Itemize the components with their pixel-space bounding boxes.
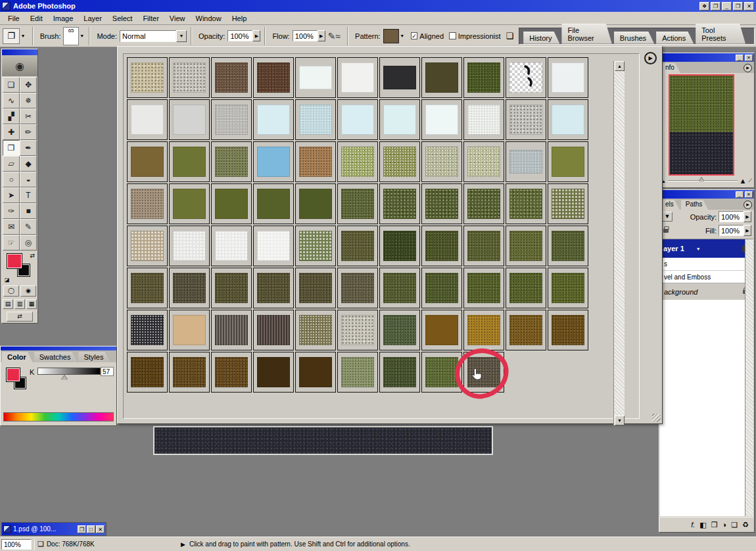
zoom-tool[interactable]: ◎ <box>20 235 37 251</box>
adjustment-layer-icon[interactable]: ◑ <box>722 521 727 529</box>
eyedropper-tool[interactable]: ✎ <box>20 219 37 235</box>
pattern-swatch-21[interactable] <box>506 99 546 140</box>
palette-menu-icon[interactable]: ▶ <box>744 64 752 72</box>
pattern-swatch-33[interactable] <box>548 141 588 182</box>
brush-preview[interactable]: 65 <box>63 27 78 45</box>
pattern-swatch-66[interactable] <box>548 268 588 308</box>
pattern-swatch-29[interactable] <box>379 141 420 182</box>
standard-screen-mode-button[interactable]: ▤ <box>3 299 13 309</box>
history-brush-tool[interactable]: ✒ <box>20 140 37 156</box>
pattern-swatch-46[interactable] <box>169 226 210 266</box>
navigator-zoom-slider[interactable] <box>668 180 738 181</box>
menu-layer[interactable]: Layer <box>78 13 107 24</box>
pattern-swatch-61[interactable] <box>337 268 378 308</box>
layers-fill-input[interactable]: 100% ▶ <box>719 225 751 236</box>
pattern-swatch-11[interactable] <box>548 57 588 98</box>
pattern-swatch-25[interactable] <box>211 141 252 182</box>
menu-image[interactable]: Image <box>48 13 79 24</box>
layers-scrollbar[interactable] <box>745 239 753 516</box>
default-colors-icon[interactable]: ◪ <box>5 277 10 283</box>
pattern-swatch-70[interactable] <box>253 310 294 350</box>
pattern-swatch-80[interactable] <box>211 352 252 393</box>
slider-arrow-icon[interactable]: ▶ <box>318 30 325 41</box>
pattern-swatch-79[interactable] <box>169 352 210 393</box>
pattern-swatch-65[interactable] <box>506 268 546 308</box>
close-icon[interactable]: ✕ <box>744 2 754 11</box>
pattern-swatch-8[interactable] <box>421 57 462 98</box>
well-tab-history[interactable]: History <box>523 32 559 44</box>
pattern-swatch-38[interactable] <box>295 183 336 224</box>
pattern-swatch-28[interactable] <box>337 141 378 182</box>
pattern-swatch-81[interactable] <box>253 352 294 393</box>
move-tool[interactable]: ✥ <box>20 77 37 93</box>
pattern-swatch-2[interactable] <box>169 57 210 98</box>
pattern-swatch-60[interactable] <box>295 268 336 308</box>
eraser-tool[interactable]: ▱ <box>3 156 20 172</box>
close-icon[interactable]: ✕ <box>745 55 753 61</box>
well-tab-tool-presets[interactable]: Tool Presets <box>696 24 745 44</box>
pattern-swatch-10[interactable] <box>506 57 546 98</box>
menu-view[interactable]: View <box>164 13 191 24</box>
minimize-icon[interactable]: _ <box>736 55 744 61</box>
layers-title-bar[interactable]: _ ✕ <box>659 190 754 199</box>
restore-icon[interactable]: ❐ <box>78 525 86 533</box>
slider-arrow-icon[interactable]: ▶ <box>252 30 260 41</box>
zoom-level-field[interactable]: 100% <box>1 539 32 550</box>
pattern-swatch-82[interactable] <box>295 352 336 393</box>
pattern-swatch-22[interactable] <box>548 99 588 140</box>
slider-arrow-icon[interactable]: ▶ <box>744 225 751 236</box>
magic-wand-tool[interactable]: ✵ <box>20 93 37 108</box>
quick-mask-mode-button[interactable]: ◉ <box>20 285 36 297</box>
restore-icon[interactable]: ❐ <box>733 2 743 11</box>
pattern-swatch-14[interactable] <box>211 99 252 140</box>
impressionist-checkbox[interactable] <box>449 32 456 39</box>
slice-tool[interactable]: ✂ <box>20 108 37 124</box>
healing-brush-tool[interactable]: ✚ <box>3 124 20 140</box>
tab-color[interactable]: Color <box>2 352 33 362</box>
pattern-swatch-53[interactable] <box>463 226 504 266</box>
pattern-swatch-43[interactable] <box>506 183 546 224</box>
zoom-slider-thumb[interactable] <box>699 178 704 181</box>
add-layer-mask-icon[interactable]: ◧ <box>699 521 706 529</box>
brush-file-icon[interactable]: ❏ <box>506 31 514 41</box>
well-tab-file-browser[interactable]: File Browser <box>561 24 611 44</box>
pattern-swatch-32[interactable] <box>506 141 546 182</box>
well-tab-actions[interactable]: Actions <box>656 32 694 44</box>
pattern-swatch-7[interactable] <box>379 57 420 98</box>
pattern-swatch-45[interactable] <box>127 226 168 266</box>
layer-row-background[interactable]: ackground <box>660 283 753 300</box>
pattern-swatch-42[interactable] <box>463 183 504 224</box>
menu-file[interactable]: File <box>3 13 25 24</box>
full-screen-mode-button[interactable]: ▦ <box>26 299 37 309</box>
k-slider[interactable] <box>37 368 101 375</box>
app-extra-button-2[interactable]: ❐ <box>711 2 721 11</box>
pattern-swatch-20[interactable] <box>463 99 504 140</box>
pattern-swatch-64[interactable] <box>463 268 504 308</box>
pattern-swatch-17[interactable] <box>337 99 378 140</box>
pattern-swatch-30[interactable] <box>421 141 462 182</box>
pattern-swatch-78[interactable] <box>127 352 168 393</box>
crop-tool[interactable]: ▞ <box>3 108 20 124</box>
pattern-swatch-55[interactable] <box>548 226 588 266</box>
full-screen-menubar-mode-button[interactable]: ▥ <box>14 299 25 309</box>
pattern-swatch-35[interactable] <box>169 183 210 224</box>
tool-preset-picker[interactable]: ❐ ▼ <box>3 28 28 45</box>
pattern-swatch-49[interactable] <box>295 226 336 266</box>
menu-edit[interactable]: Edit <box>25 13 48 24</box>
aligned-checkbox[interactable]: ✓ <box>411 32 418 39</box>
color-spectrum-ramp[interactable] <box>3 412 114 421</box>
menu-filter[interactable]: Filter <box>137 13 164 24</box>
flow-input[interactable]: 100% ▶ <box>293 30 325 41</box>
close-icon[interactable]: ✕ <box>745 191 753 198</box>
pattern-swatch-27[interactable] <box>295 141 336 182</box>
paint-bucket-tool[interactable]: ◆ <box>20 156 37 172</box>
pattern-swatch-3[interactable] <box>211 57 252 98</box>
well-tab-brushes[interactable]: Brushes <box>614 32 654 44</box>
bevel-emboss-effect-row[interactable]: vel and Emboss <box>660 270 753 283</box>
foreground-color-swatch[interactable] <box>6 368 20 382</box>
pattern-swatch-77[interactable] <box>548 310 588 350</box>
zoom-in-mountain-icon[interactable]: ▲ <box>740 177 747 185</box>
delete-layer-icon[interactable]: ♻ <box>742 521 749 529</box>
pattern-picker-menu-icon[interactable]: ▶ <box>644 52 657 64</box>
path-selection-tool[interactable]: ➤ <box>3 187 20 203</box>
